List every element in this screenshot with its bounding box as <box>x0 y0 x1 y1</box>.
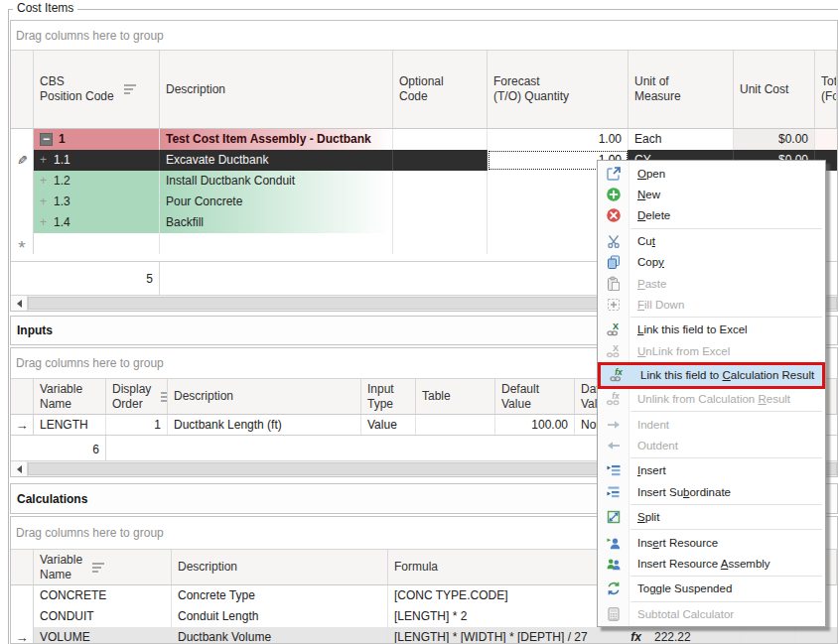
column-header-tota-for[interactable]: Tota (For <box>815 51 837 129</box>
column-header-description[interactable]: Description <box>160 51 393 129</box>
expand-icon[interactable]: + <box>40 192 47 212</box>
row-indicator: → <box>11 627 34 644</box>
description-cell[interactable]: Pour Concrete <box>160 192 393 212</box>
menu-item-insert[interactable]: Insert <box>598 460 825 481</box>
menu-item-insert-subordinate[interactable]: Insert Subordinate <box>598 481 825 502</box>
cost-items-row-count: 5 <box>11 262 160 296</box>
default-value-cell[interactable]: 100.00 <box>495 415 575 436</box>
expand-icon[interactable]: + <box>40 212 47 233</box>
display-order-cell[interactable]: 1 <box>106 415 168 436</box>
description-cell[interactable]: Ductbank Volume <box>172 627 388 644</box>
scroll-left-icon <box>13 300 22 308</box>
svg-text:fx: fx <box>612 391 621 401</box>
current-row-arrow-icon: → <box>16 415 29 436</box>
cbs-position-code-cell[interactable]: +1.2 <box>34 171 160 192</box>
menu-item-new[interactable]: New <box>598 184 825 204</box>
optional-code-cell[interactable] <box>393 192 488 212</box>
column-header-label: Unit Cost <box>740 82 788 97</box>
column-header-default-value[interactable]: Default Value <box>495 379 575 415</box>
formula-text: [LENGTH] * [WIDTH] * [DEPTH] / 27 <box>394 627 588 644</box>
optional-code-cell[interactable] <box>393 212 488 233</box>
scroll-left-button[interactable] <box>11 296 28 311</box>
empty-cell[interactable] <box>741 627 795 644</box>
menu-item-delete[interactable]: Delete <box>598 205 825 226</box>
column-header-unit-cost[interactable]: Unit Cost <box>734 51 815 129</box>
description-cell[interactable]: Concrete Type <box>172 585 388 606</box>
description-cell[interactable]: Test Cost Item Assembly - Ductbank <box>160 129 393 150</box>
optional-code-cell[interactable] <box>393 233 488 254</box>
cost-item-row-1[interactable]: −1Test Cost Item Assembly - Ductbank1.00… <box>11 129 837 150</box>
total-cost-cell[interactable] <box>815 129 837 150</box>
forecast-qty-cell[interactable]: 1.00 <box>488 129 628 150</box>
formula-cell[interactable]: [LENGTH] * [WIDTH] * [DEPTH] / 27fx <box>388 627 648 644</box>
row-indicator: → <box>11 415 34 436</box>
menu-item-fill-down: Fill Down <box>598 294 825 315</box>
variable-name-cell[interactable]: LENGTH <box>34 415 106 436</box>
column-header-input-type[interactable]: Input Type <box>361 379 416 415</box>
input-type-cell[interactable]: Value <box>361 415 416 436</box>
menu-item-insert-resource-assembly[interactable]: Insert Resource Assembly <box>598 553 825 574</box>
cost-items-header-row: CBS Position CodeDescriptionOptional Cod… <box>11 51 837 129</box>
svg-text:X: X <box>612 343 618 353</box>
description-cell[interactable]: Backfill <box>160 212 393 233</box>
expand-icon[interactable]: + <box>40 150 47 171</box>
column-header-description[interactable]: Description <box>172 550 388 585</box>
menu-item-label: Link this field to Calculation Result <box>640 369 814 381</box>
cbs-position-code-cell[interactable] <box>34 233 160 254</box>
menu-item-subtotal-calculator: Subtotal Calculator <box>598 603 825 624</box>
menu-item-label: Insert <box>637 464 666 476</box>
result-cell[interactable]: 222.22 <box>648 627 741 644</box>
description-cell[interactable]: Excavate Ductbank <box>160 150 393 171</box>
unit-of-measure-cell[interactable]: Each <box>628 129 734 150</box>
fx-button[interactable]: fx <box>627 627 641 644</box>
menu-item-copy[interactable]: Copy <box>598 252 825 273</box>
menu-item-link-this-field-to-calculation-result[interactable]: fxLink this field to Calculation Result <box>598 362 825 389</box>
menu-item-label: Subtotal Calculator <box>637 608 734 620</box>
column-header-cbs-position-code[interactable]: CBS Position Code <box>34 51 160 129</box>
column-header-label: Default Value <box>501 382 539 412</box>
description-cell[interactable] <box>160 233 393 254</box>
optional-code-cell[interactable] <box>393 150 488 171</box>
table-cell[interactable] <box>416 415 495 436</box>
description-cell[interactable]: Install Ductbank Conduit <box>160 171 393 192</box>
description-cell[interactable]: Conduit Length <box>172 606 388 627</box>
subtotal-calculator-icon <box>598 606 628 622</box>
calculation-row-volume[interactable]: →VOLUMEDuctbank Volume[LENGTH] * [WIDTH]… <box>11 627 837 644</box>
column-header-optional-code[interactable]: Optional Code <box>393 51 488 129</box>
collapse-icon[interactable]: − <box>40 133 53 146</box>
context-menu: OpenNewDeleteCutCopyPasteFill DownXLink … <box>597 160 826 627</box>
column-header-display-order[interactable]: Display Order <box>106 379 168 415</box>
column-header-variable-name[interactable]: Variable Name <box>34 379 106 415</box>
variable-name-cell[interactable]: CONDUIT <box>34 606 172 627</box>
column-header-label: Tota (For <box>821 74 837 104</box>
group-hint-label: Drag columns here to group <box>16 356 164 370</box>
column-header-description[interactable]: Description <box>168 379 361 415</box>
menu-item-link-this-field-to-excel[interactable]: XLink this field to Excel <box>598 320 825 340</box>
menu-item-split[interactable]: Split <box>598 506 825 527</box>
cbs-code-value: 1.3 <box>54 192 70 212</box>
menu-item-insert-resource[interactable]: Insert Resource <box>598 532 825 553</box>
column-header-forecast-t-o-quantity[interactable]: Forecast (T/O) Quantity <box>488 51 628 129</box>
scroll-left-button[interactable] <box>11 461 28 476</box>
menu-item-open[interactable]: Open <box>598 163 825 184</box>
row-indicator <box>11 585 34 606</box>
column-header-unit-of-measure[interactable]: Unit of Measure <box>628 51 734 129</box>
optional-code-cell[interactable] <box>393 129 488 150</box>
expand-icon[interactable]: + <box>40 171 47 192</box>
menu-item-unlink-from-excel: XUnLink from Excel <box>598 340 825 361</box>
cbs-position-code-cell[interactable]: +1.1 <box>34 150 160 171</box>
variable-name-cell[interactable]: CONCRETE <box>34 585 172 606</box>
menu-item-toggle-suspended[interactable]: Toggle Suspended <box>598 579 825 599</box>
variable-name-cell[interactable]: VOLUME <box>34 627 172 644</box>
cbs-position-code-cell[interactable]: +1.3 <box>34 192 160 212</box>
column-header-variable-name[interactable]: Variable Name <box>34 550 172 585</box>
column-header-table[interactable]: Table <box>416 379 495 415</box>
cbs-position-code-cell[interactable]: −1 <box>34 129 160 150</box>
description-cell[interactable]: Ductbank Length (ft) <box>168 415 361 436</box>
unit-cost-cell[interactable]: $0.00 <box>734 129 815 150</box>
menu-item-cut[interactable]: Cut <box>598 230 825 251</box>
cbs-position-code-cell[interactable]: +1.4 <box>34 212 160 233</box>
optional-code-cell[interactable] <box>393 171 488 192</box>
menu-item-label: New <box>637 189 660 200</box>
menu-item-indent: Indent <box>598 414 825 435</box>
